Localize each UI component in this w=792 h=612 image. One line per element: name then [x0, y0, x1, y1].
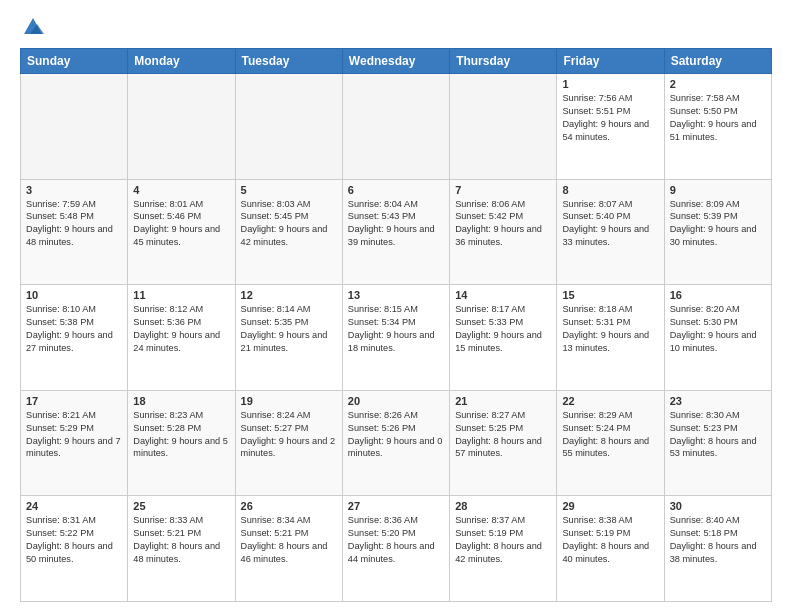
day-number: 17: [26, 395, 122, 407]
day-number: 18: [133, 395, 229, 407]
day-info: Sunrise: 8:06 AMSunset: 5:42 PMDaylight:…: [455, 198, 551, 250]
day-info: Sunrise: 8:30 AMSunset: 5:23 PMDaylight:…: [670, 409, 766, 461]
day-number: 1: [562, 78, 658, 90]
day-info: Sunrise: 7:59 AMSunset: 5:48 PMDaylight:…: [26, 198, 122, 250]
day-cell: [235, 74, 342, 180]
day-number: 30: [670, 500, 766, 512]
week-row-3: 17Sunrise: 8:21 AMSunset: 5:29 PMDayligh…: [21, 390, 772, 496]
day-info: Sunrise: 8:14 AMSunset: 5:35 PMDaylight:…: [241, 303, 337, 355]
day-info: Sunrise: 8:31 AMSunset: 5:22 PMDaylight:…: [26, 514, 122, 566]
day-cell: 2Sunrise: 7:58 AMSunset: 5:50 PMDaylight…: [664, 74, 771, 180]
day-info: Sunrise: 8:23 AMSunset: 5:28 PMDaylight:…: [133, 409, 229, 461]
day-info: Sunrise: 7:56 AMSunset: 5:51 PMDaylight:…: [562, 92, 658, 144]
day-cell: 17Sunrise: 8:21 AMSunset: 5:29 PMDayligh…: [21, 390, 128, 496]
day-number: 21: [455, 395, 551, 407]
day-number: 27: [348, 500, 444, 512]
logo-icon: [22, 16, 44, 38]
day-cell: 19Sunrise: 8:24 AMSunset: 5:27 PMDayligh…: [235, 390, 342, 496]
day-number: 24: [26, 500, 122, 512]
day-cell: 1Sunrise: 7:56 AMSunset: 5:51 PMDaylight…: [557, 74, 664, 180]
day-info: Sunrise: 8:27 AMSunset: 5:25 PMDaylight:…: [455, 409, 551, 461]
day-number: 22: [562, 395, 658, 407]
day-cell: 13Sunrise: 8:15 AMSunset: 5:34 PMDayligh…: [342, 285, 449, 391]
day-number: 3: [26, 184, 122, 196]
day-number: 29: [562, 500, 658, 512]
day-cell: 27Sunrise: 8:36 AMSunset: 5:20 PMDayligh…: [342, 496, 449, 602]
weekday-header-thursday: Thursday: [450, 49, 557, 74]
week-row-1: 3Sunrise: 7:59 AMSunset: 5:48 PMDaylight…: [21, 179, 772, 285]
day-cell: 18Sunrise: 8:23 AMSunset: 5:28 PMDayligh…: [128, 390, 235, 496]
day-cell: 12Sunrise: 8:14 AMSunset: 5:35 PMDayligh…: [235, 285, 342, 391]
day-cell: 10Sunrise: 8:10 AMSunset: 5:38 PMDayligh…: [21, 285, 128, 391]
day-cell: 16Sunrise: 8:20 AMSunset: 5:30 PMDayligh…: [664, 285, 771, 391]
day-number: 16: [670, 289, 766, 301]
day-cell: 30Sunrise: 8:40 AMSunset: 5:18 PMDayligh…: [664, 496, 771, 602]
day-info: Sunrise: 8:36 AMSunset: 5:20 PMDaylight:…: [348, 514, 444, 566]
calendar-body: 1Sunrise: 7:56 AMSunset: 5:51 PMDaylight…: [21, 74, 772, 602]
day-cell: 4Sunrise: 8:01 AMSunset: 5:46 PMDaylight…: [128, 179, 235, 285]
day-info: Sunrise: 8:12 AMSunset: 5:36 PMDaylight:…: [133, 303, 229, 355]
day-number: 28: [455, 500, 551, 512]
day-cell: 21Sunrise: 8:27 AMSunset: 5:25 PMDayligh…: [450, 390, 557, 496]
day-cell: 23Sunrise: 8:30 AMSunset: 5:23 PMDayligh…: [664, 390, 771, 496]
page: SundayMondayTuesdayWednesdayThursdayFrid…: [0, 0, 792, 612]
day-cell: 15Sunrise: 8:18 AMSunset: 5:31 PMDayligh…: [557, 285, 664, 391]
week-row-4: 24Sunrise: 8:31 AMSunset: 5:22 PMDayligh…: [21, 496, 772, 602]
day-cell: 6Sunrise: 8:04 AMSunset: 5:43 PMDaylight…: [342, 179, 449, 285]
day-cell: 3Sunrise: 7:59 AMSunset: 5:48 PMDaylight…: [21, 179, 128, 285]
day-number: 6: [348, 184, 444, 196]
day-cell: 25Sunrise: 8:33 AMSunset: 5:21 PMDayligh…: [128, 496, 235, 602]
week-row-0: 1Sunrise: 7:56 AMSunset: 5:51 PMDaylight…: [21, 74, 772, 180]
day-number: 12: [241, 289, 337, 301]
day-info: Sunrise: 8:15 AMSunset: 5:34 PMDaylight:…: [348, 303, 444, 355]
day-info: Sunrise: 8:33 AMSunset: 5:21 PMDaylight:…: [133, 514, 229, 566]
day-number: 20: [348, 395, 444, 407]
day-number: 15: [562, 289, 658, 301]
day-info: Sunrise: 8:10 AMSunset: 5:38 PMDaylight:…: [26, 303, 122, 355]
day-number: 4: [133, 184, 229, 196]
day-cell: 22Sunrise: 8:29 AMSunset: 5:24 PMDayligh…: [557, 390, 664, 496]
day-info: Sunrise: 8:37 AMSunset: 5:19 PMDaylight:…: [455, 514, 551, 566]
day-number: 23: [670, 395, 766, 407]
day-number: 9: [670, 184, 766, 196]
weekday-header-monday: Monday: [128, 49, 235, 74]
weekday-header-saturday: Saturday: [664, 49, 771, 74]
weekday-header-friday: Friday: [557, 49, 664, 74]
day-info: Sunrise: 8:09 AMSunset: 5:39 PMDaylight:…: [670, 198, 766, 250]
day-number: 11: [133, 289, 229, 301]
day-cell: 9Sunrise: 8:09 AMSunset: 5:39 PMDaylight…: [664, 179, 771, 285]
day-cell: [450, 74, 557, 180]
day-info: Sunrise: 8:24 AMSunset: 5:27 PMDaylight:…: [241, 409, 337, 461]
day-cell: 24Sunrise: 8:31 AMSunset: 5:22 PMDayligh…: [21, 496, 128, 602]
day-cell: [21, 74, 128, 180]
day-cell: 11Sunrise: 8:12 AMSunset: 5:36 PMDayligh…: [128, 285, 235, 391]
week-row-2: 10Sunrise: 8:10 AMSunset: 5:38 PMDayligh…: [21, 285, 772, 391]
day-info: Sunrise: 8:01 AMSunset: 5:46 PMDaylight:…: [133, 198, 229, 250]
day-cell: 14Sunrise: 8:17 AMSunset: 5:33 PMDayligh…: [450, 285, 557, 391]
day-cell: 28Sunrise: 8:37 AMSunset: 5:19 PMDayligh…: [450, 496, 557, 602]
day-info: Sunrise: 8:21 AMSunset: 5:29 PMDaylight:…: [26, 409, 122, 461]
day-cell: 20Sunrise: 8:26 AMSunset: 5:26 PMDayligh…: [342, 390, 449, 496]
day-info: Sunrise: 8:04 AMSunset: 5:43 PMDaylight:…: [348, 198, 444, 250]
weekday-header-wednesday: Wednesday: [342, 49, 449, 74]
day-number: 25: [133, 500, 229, 512]
day-number: 5: [241, 184, 337, 196]
day-cell: 5Sunrise: 8:03 AMSunset: 5:45 PMDaylight…: [235, 179, 342, 285]
day-number: 13: [348, 289, 444, 301]
weekday-row: SundayMondayTuesdayWednesdayThursdayFrid…: [21, 49, 772, 74]
day-info: Sunrise: 8:20 AMSunset: 5:30 PMDaylight:…: [670, 303, 766, 355]
calendar-header: SundayMondayTuesdayWednesdayThursdayFrid…: [21, 49, 772, 74]
day-number: 10: [26, 289, 122, 301]
day-cell: 8Sunrise: 8:07 AMSunset: 5:40 PMDaylight…: [557, 179, 664, 285]
day-number: 14: [455, 289, 551, 301]
day-info: Sunrise: 8:17 AMSunset: 5:33 PMDaylight:…: [455, 303, 551, 355]
day-info: Sunrise: 8:38 AMSunset: 5:19 PMDaylight:…: [562, 514, 658, 566]
day-cell: 29Sunrise: 8:38 AMSunset: 5:19 PMDayligh…: [557, 496, 664, 602]
day-info: Sunrise: 8:07 AMSunset: 5:40 PMDaylight:…: [562, 198, 658, 250]
day-info: Sunrise: 8:34 AMSunset: 5:21 PMDaylight:…: [241, 514, 337, 566]
day-info: Sunrise: 8:40 AMSunset: 5:18 PMDaylight:…: [670, 514, 766, 566]
calendar: SundayMondayTuesdayWednesdayThursdayFrid…: [20, 48, 772, 602]
day-cell: [342, 74, 449, 180]
day-info: Sunrise: 8:18 AMSunset: 5:31 PMDaylight:…: [562, 303, 658, 355]
day-info: Sunrise: 7:58 AMSunset: 5:50 PMDaylight:…: [670, 92, 766, 144]
